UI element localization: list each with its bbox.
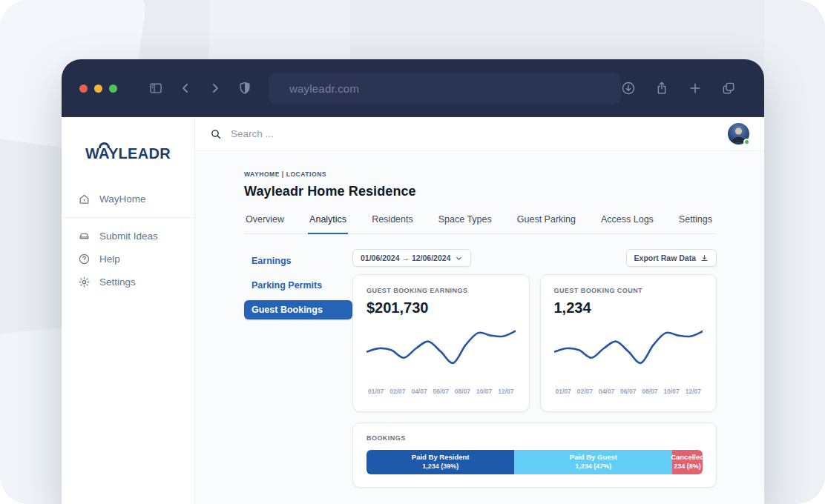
download-icon <box>700 254 709 262</box>
main-area: WAYHOME | LOCATIONS Wayleadr Home Reside… <box>195 117 764 504</box>
segment-label: Paid By Guest <box>570 453 617 462</box>
count-line-chart <box>554 322 703 379</box>
download-icon[interactable] <box>621 81 636 96</box>
chevron-down-icon <box>455 254 463 262</box>
bookings-label: BOOKINGS <box>367 434 703 442</box>
sidebar-item-help[interactable]: Help <box>73 248 183 271</box>
sidebar: WAYLEADR WayHomeSubmit IdeasHelpSettings <box>62 117 195 504</box>
forward-icon[interactable] <box>208 81 223 96</box>
window-buttons <box>79 84 117 93</box>
sidebar-item-wayhome[interactable]: WayHome <box>73 188 183 210</box>
sidebar-item-label: WayHome <box>99 193 146 205</box>
tab-bar: OverviewAnalyticsResidentsSpace TypesGue… <box>244 214 717 234</box>
subnav-item-earnings[interactable]: Earnings <box>244 251 352 271</box>
wayleadr-logo[interactable]: WAYLEADR <box>85 145 171 162</box>
help-icon <box>78 253 91 265</box>
sidebar-item-submit-ideas[interactable]: Submit Ideas <box>73 225 183 248</box>
background-shape <box>764 0 825 504</box>
subnav-item-guest-bookings[interactable]: Guest Bookings <box>244 300 352 319</box>
x-axis-tick: 06/07 <box>620 388 636 395</box>
bookings-card: BOOKINGS Paid By Resident1,234 (39%)Paid… <box>352 422 717 488</box>
export-raw-data-button[interactable]: Export Raw Data <box>626 249 717 267</box>
sidebar-item-settings[interactable]: Settings <box>73 271 183 294</box>
tab-space-types[interactable]: Space Types <box>437 214 493 234</box>
metric-label: GUEST BOOKING COUNT <box>554 287 703 294</box>
guest-booking-count-card: GUEST BOOKING COUNT 1,234 01/0702/0704/0… <box>540 274 717 412</box>
x-axis-tick: 08/07 <box>455 388 470 395</box>
url-text: wayleadr.com <box>289 82 359 95</box>
browser-toolbar-icons <box>621 81 736 96</box>
sidebar-toggle-icon[interactable] <box>148 81 163 96</box>
traffic-light-minimize[interactable] <box>94 84 102 93</box>
search-bar <box>195 117 764 151</box>
export-label: Export Raw Data <box>634 253 696 262</box>
back-icon[interactable] <box>178 81 193 96</box>
tab-analytics[interactable]: Analytics <box>308 214 348 234</box>
desktop-background: wayleadr.com WAYLEADR WayHomeSubmit Idea… <box>0 0 825 504</box>
x-axis-tick: 06/07 <box>433 388 449 395</box>
app-shell: WAYLEADR WayHomeSubmit IdeasHelpSettings <box>62 117 764 504</box>
x-axis-tick: 08/07 <box>642 388 657 395</box>
sidebar-divider <box>62 217 194 218</box>
bookings-stacked-bar: Paid By Resident1,234 (39%)Paid By Guest… <box>367 450 703 474</box>
x-axis-tick: 10/07 <box>664 388 680 395</box>
x-axis-tick: 12/07 <box>686 388 701 395</box>
tab-overview[interactable]: Overview <box>244 214 286 234</box>
new-tab-icon[interactable] <box>688 81 703 96</box>
x-axis-labels: 01/0702/0704/0706/0708/0710/0712/07 <box>554 388 703 395</box>
page-content: WAYHOME | LOCATIONS Wayleadr Home Reside… <box>195 151 764 504</box>
browser-window: wayleadr.com WAYLEADR WayHomeSubmit Idea… <box>62 59 764 504</box>
segment-value: 1,234 (39%) <box>422 462 458 471</box>
panel-toolbar: 01/06/2024 → 12/06/2024 Export Raw Data <box>352 249 717 267</box>
segment-label: Paid By Resident <box>412 453 470 462</box>
segment-value: 234 (8%) <box>674 462 701 471</box>
browser-chrome: wayleadr.com <box>62 59 764 117</box>
date-range-button[interactable]: 01/06/2024 → 12/06/2024 <box>352 249 471 267</box>
browser-navigation-controls <box>148 81 252 96</box>
tab-guest-parking[interactable]: Guest Parking <box>516 214 577 234</box>
x-axis-tick: 01/07 <box>368 388 384 395</box>
segment-cancelled: Cancelled234 (8%) <box>672 450 703 474</box>
metric-label: GUEST BOOKING EARNINGS <box>367 287 516 294</box>
search-input[interactable] <box>231 128 719 139</box>
online-status-dot <box>743 139 750 145</box>
tab-overview-icon[interactable] <box>721 81 736 96</box>
user-avatar[interactable] <box>728 123 749 145</box>
x-axis-tick: 01/07 <box>556 388 571 395</box>
tab-access-logs[interactable]: Access Logs <box>599 214 655 234</box>
x-axis-tick: 04/07 <box>599 388 614 395</box>
segment-value: 1,234 (47%) <box>575 462 611 471</box>
gear-icon <box>78 276 91 288</box>
metric-value: 1,234 <box>554 299 703 316</box>
x-axis-tick: 02/07 <box>390 388 405 395</box>
tab-residents[interactable]: Residents <box>370 214 415 234</box>
traffic-light-close[interactable] <box>79 84 88 93</box>
guest-booking-earnings-card: GUEST BOOKING EARNINGS $201,730 01/0702/… <box>352 274 530 412</box>
x-axis-tick: 12/07 <box>498 388 513 395</box>
segment-paid-by-guest: Paid By Guest1,234 (47%) <box>514 450 672 474</box>
shield-icon[interactable] <box>237 81 252 96</box>
car-icon <box>78 230 91 242</box>
sidebar-item-label: Settings <box>99 276 136 288</box>
subnav-item-parking-permits[interactable]: Parking Permits <box>244 276 352 295</box>
address-bar[interactable]: wayleadr.com <box>269 73 621 104</box>
breadcrumb: WAYHOME | LOCATIONS <box>244 170 717 178</box>
x-axis-tick: 10/07 <box>476 388 492 395</box>
share-icon[interactable] <box>654 81 669 96</box>
metric-value: $201,730 <box>367 299 516 316</box>
search-icon <box>210 128 222 140</box>
page-title: Wayleadr Home Residence <box>244 184 717 199</box>
x-axis-tick: 02/07 <box>577 388 593 395</box>
sidebar-item-label: Help <box>99 253 120 265</box>
tab-settings[interactable]: Settings <box>677 214 714 234</box>
date-range-text: 01/06/2024 → 12/06/2024 <box>361 253 450 262</box>
traffic-light-zoom[interactable] <box>109 84 117 93</box>
x-axis-labels: 01/0702/0704/0706/0708/0710/0712/07 <box>367 388 516 395</box>
house-icon <box>78 193 91 205</box>
x-axis-tick: 04/07 <box>411 388 427 395</box>
analytics-subnav: EarningsParking PermitsGuest Bookings <box>244 249 352 488</box>
sidebar-item-label: Submit Ideas <box>99 231 158 242</box>
earnings-line-chart <box>367 322 516 379</box>
sidebar-menu: WayHomeSubmit IdeasHelpSettings <box>62 188 194 294</box>
logo-arc-icon <box>99 142 110 148</box>
